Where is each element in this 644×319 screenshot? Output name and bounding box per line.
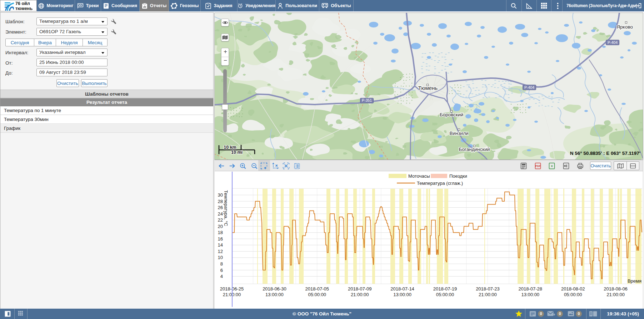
svg-text:05:00:00: 05:00:00 [564,292,582,297]
svg-text:x: x [551,164,553,168]
svg-text:6: 6 [220,268,223,273]
svg-text:Р-404: Р-404 [524,85,534,90]
svg-text:22: 22 [218,217,223,223]
svg-text:24: 24 [218,211,223,217]
svg-text:2018-08-06: 2018-08-06 [604,286,628,292]
svg-text:Боровский: Боровский [440,112,463,117]
svg-text:Р-404: Р-404 [608,40,618,45]
svg-text:PDF: PDF [535,164,541,168]
svg-text:2018-07-14: 2018-07-14 [390,286,414,292]
svg-text:26: 26 [218,205,223,210]
svg-text:2018-07-09: 2018-07-09 [348,286,372,292]
svg-text:2018-07-28: 2018-07-28 [519,286,543,292]
svg-text:21:00:00: 21:00:00 [479,292,497,297]
svg-text:21:00:00: 21:00:00 [606,292,625,297]
svg-text:Р-351: Р-351 [362,98,372,102]
svg-text:Тюмень: Тюмень [418,85,438,91]
svg-text:8: 8 [220,261,223,267]
svg-text:20: 20 [218,224,223,229]
svg-text:10: 10 [218,255,223,260]
svg-text:Богандинский: Богандинский [459,147,490,152]
svg-text:14: 14 [218,242,223,248]
svg-text:05:00:00: 05:00:00 [308,292,326,297]
svg-text:2018-08-02: 2018-08-02 [561,286,585,292]
svg-text:4: 4 [220,274,223,279]
svg-text:16: 16 [218,236,223,242]
svg-text:Температура, °C: Температура, °C [223,190,229,226]
svg-text:Моточасы: Моточасы [408,173,430,179]
svg-text:Винзили: Винзили [449,131,468,136]
svg-text:10 km: 10 km [224,145,236,150]
svg-text:Поездки: Поездки [449,173,467,179]
svg-text:13:00:00: 13:00:00 [521,292,539,297]
svg-text:18: 18 [218,230,223,235]
svg-text:2018-07-19: 2018-07-19 [433,286,457,292]
svg-text:Время: Время [628,278,641,284]
svg-text:2018-07-05: 2018-07-05 [305,286,329,292]
svg-text:30: 30 [218,192,223,198]
svg-text:13:00:00: 13:00:00 [393,292,411,297]
svg-text:10 mi: 10 mi [231,150,243,155]
svg-text:05:00:00: 05:00:00 [436,292,454,297]
svg-text:13:00:00: 13:00:00 [265,292,284,297]
svg-text:21:00:00: 21:00:00 [351,292,369,297]
svg-text:Температура (сглаж.): Температура (сглаж.) [417,181,463,186]
svg-text:28: 28 [218,199,223,204]
svg-text:Ярково: Ярково [616,24,633,30]
svg-text:2018-07-23: 2018-07-23 [476,286,500,292]
svg-text:12: 12 [218,249,223,254]
svg-text:2018-06-30: 2018-06-30 [263,286,286,292]
